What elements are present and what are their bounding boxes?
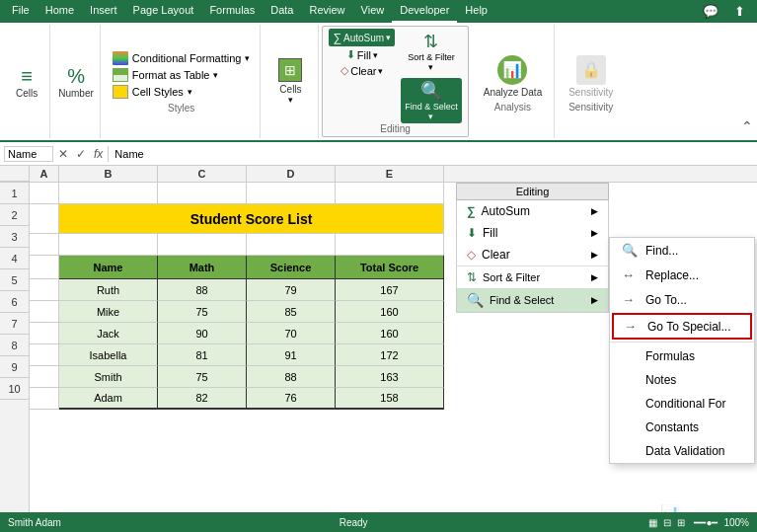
zoom-slider[interactable]: ━━●━ (694, 517, 718, 528)
formula-function-btn[interactable]: fx (91, 147, 106, 161)
conditional-formatting-btn[interactable]: Conditional Formatting ▾ (111, 50, 253, 66)
menu-goto[interactable]: → Go To... (610, 287, 754, 312)
menu-notes[interactable]: Notes (610, 368, 754, 392)
view-normal-icon[interactable]: ▦ (648, 517, 657, 528)
menu-goto-special[interactable]: → Go To Special... (612, 313, 752, 340)
number-btn[interactable]: % Number (58, 65, 94, 99)
clear-dropdown-item[interactable]: ◇ Clear ▶ (456, 244, 609, 266)
cell-math-jack[interactable]: 90 (158, 323, 247, 344)
row-header-6[interactable]: 6 (0, 291, 29, 313)
cell-name-smith[interactable]: Smith (59, 366, 158, 388)
cell-total-smith[interactable]: 163 (336, 366, 444, 388)
tab-review[interactable]: Review (301, 0, 352, 23)
tab-data[interactable]: Data (263, 0, 301, 23)
row-header-10[interactable]: 10 (0, 378, 29, 400)
menu-find[interactable]: 🔍 Find... (610, 238, 754, 263)
menu-replace[interactable]: ↔ Replace... (610, 263, 754, 287)
row-header-5[interactable]: 5 (0, 269, 29, 291)
cell-e3[interactable] (336, 234, 444, 256)
fill-btn[interactable]: ⬇ Fill ▾ (344, 47, 380, 62)
cell-a10[interactable] (30, 388, 59, 410)
sort-filter-btn[interactable]: ⇅ Sort & Filter ▾ (404, 29, 459, 74)
view-pagebreak-icon[interactable]: ⊞ (677, 517, 685, 528)
cell-b3[interactable] (59, 234, 158, 256)
cell-name-adam[interactable]: Adam (59, 388, 158, 410)
cell-science-smith[interactable]: 88 (247, 366, 336, 388)
share-icon[interactable]: ⬆ (726, 0, 753, 23)
cell-d3[interactable] (247, 234, 336, 256)
col-header-c[interactable]: C (158, 166, 247, 182)
cell-reference-box[interactable] (4, 146, 53, 162)
menu-constants[interactable]: Constants (610, 416, 754, 439)
row-header-8[interactable]: 8 (0, 335, 29, 356)
cell-a5[interactable] (30, 279, 59, 301)
row-header-3[interactable]: 3 (0, 226, 29, 248)
cell-total-adam[interactable]: 158 (336, 388, 444, 410)
cell-b1[interactable] (59, 183, 158, 204)
ribbon-collapse-btn[interactable]: ⌃ (741, 25, 753, 138)
comments-icon[interactable]: 💬 (695, 0, 726, 23)
cell-styles-btn[interactable]: Cell Styles ▾ (111, 84, 253, 100)
cell-name-jack[interactable]: Jack (59, 323, 158, 344)
tab-view[interactable]: View (353, 0, 393, 23)
header-math[interactable]: Math (158, 256, 247, 279)
menu-conditional-for[interactable]: Conditional For (610, 392, 754, 416)
find-select-dropdown-item[interactable]: 🔍 Find & Select ▶ (456, 288, 609, 313)
cell-e1[interactable] (336, 183, 444, 204)
col-header-d[interactable]: D (247, 166, 336, 182)
autosum-dropdown-item[interactable]: ∑ AutoSum ▶ (456, 200, 609, 222)
tab-page-layout[interactable]: Page Layout (125, 0, 202, 23)
alignment-btn[interactable]: ≡ Cells (10, 63, 43, 101)
cell-name-ruth[interactable]: Ruth (59, 279, 158, 301)
cell-d1[interactable] (247, 183, 336, 204)
header-name[interactable]: Name (59, 256, 158, 279)
format-as-table-btn[interactable]: Format as Table ▾ (111, 67, 253, 83)
header-science[interactable]: Science (247, 256, 336, 279)
cell-title[interactable]: Student Score List (59, 204, 444, 234)
cell-math-isabella[interactable]: 81 (158, 344, 247, 366)
tab-formulas[interactable]: Formulas (201, 0, 263, 23)
cell-a7[interactable] (30, 323, 59, 344)
cell-math-smith[interactable]: 75 (158, 366, 247, 388)
menu-formulas[interactable]: Formulas (610, 344, 754, 368)
formula-cancel[interactable]: ✕ (55, 147, 71, 161)
row-header-2[interactable]: 2 (0, 204, 29, 226)
fill-dropdown-item[interactable]: ⬇ Fill ▶ (456, 222, 609, 244)
row-header-1[interactable]: 1 (0, 183, 29, 204)
cell-name-isabella[interactable]: Isabella (59, 344, 158, 366)
cell-math-mike[interactable]: 75 (158, 301, 247, 323)
cell-a1[interactable] (30, 183, 59, 204)
col-header-e[interactable]: E (336, 166, 444, 182)
formula-confirm[interactable]: ✓ (73, 147, 89, 161)
sort-filter-dropdown-item[interactable]: ⇅ Sort & Filter ▶ (456, 266, 609, 288)
cell-science-adam[interactable]: 76 (247, 388, 336, 410)
cell-a3[interactable] (30, 234, 59, 256)
header-total[interactable]: Total Score (336, 256, 444, 279)
cell-c3[interactable] (158, 234, 247, 256)
cell-total-mike[interactable]: 160 (336, 301, 444, 323)
tab-home[interactable]: Home (38, 0, 82, 23)
cell-science-ruth[interactable]: 79 (247, 279, 336, 301)
cell-math-ruth[interactable]: 88 (158, 279, 247, 301)
autosum-btn[interactable]: ∑ AutoSum ▾ (329, 29, 395, 46)
row-header-4[interactable]: 4 (0, 248, 29, 269)
cell-a9[interactable] (30, 366, 59, 388)
tab-developer[interactable]: Developer (392, 0, 457, 23)
cell-a4[interactable] (30, 256, 59, 279)
cell-science-isabella[interactable]: 91 (247, 344, 336, 366)
menu-data-validation[interactable]: Data Validation (610, 439, 754, 463)
sensitivity-btn[interactable]: 🔒 Sensitivity (565, 51, 617, 102)
cell-total-ruth[interactable]: 167 (336, 279, 444, 301)
col-header-a[interactable]: A (30, 166, 59, 182)
row-header-9[interactable]: 9 (0, 356, 29, 378)
tab-insert[interactable]: Insert (82, 0, 125, 23)
cell-science-jack[interactable]: 70 (247, 323, 336, 344)
cell-a6[interactable] (30, 301, 59, 323)
tab-file[interactable]: File (4, 0, 38, 23)
view-layout-icon[interactable]: ⊟ (663, 517, 671, 528)
formula-input[interactable] (111, 147, 753, 161)
cell-c1[interactable] (158, 183, 247, 204)
row-header-7[interactable]: 7 (0, 313, 29, 335)
col-header-b[interactable]: B (59, 166, 158, 182)
cell-math-adam[interactable]: 82 (158, 388, 247, 410)
